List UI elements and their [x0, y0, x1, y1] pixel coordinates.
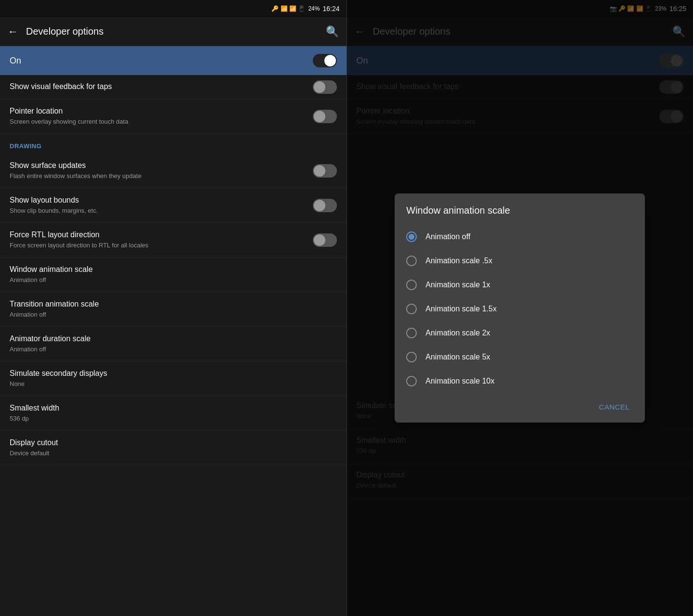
left-animator-info: Animator duration scale Animation off — [10, 334, 337, 354]
left-search-icon[interactable]: 🔍 — [326, 26, 339, 38]
left-show-surface-row[interactable]: Show surface updates Flash entire window… — [0, 154, 346, 188]
dialog-option-label-2: Animation scale 1x — [425, 281, 490, 289]
left-on-label: On — [10, 56, 313, 66]
left-transition-anim-subtitle: Animation off — [10, 311, 337, 319]
left-status-bar: 🔑 📶 📶 📱 24% 16:24 — [0, 0, 346, 17]
left-pointer-location-title: Pointer location — [10, 106, 313, 116]
dialog-actions: Cancel — [395, 393, 645, 419]
left-window-anim-info: Window animation scale Animation off — [10, 265, 337, 284]
window-anim-dialog: Window animation scale Animation off Ani… — [395, 193, 645, 423]
left-battery: 24% — [308, 5, 320, 12]
dialog-overlay: Window animation scale Animation off Ani… — [347, 0, 693, 616]
left-show-surface-info: Show surface updates Flash entire window… — [10, 161, 313, 180]
left-pointer-location-row[interactable]: Pointer location Screen overlay showing … — [0, 99, 346, 134]
left-pointer-location-info: Pointer location Screen overlay showing … — [10, 106, 313, 126]
left-pointer-location-toggle[interactable] — [313, 110, 337, 123]
left-status-icons: 🔑 📶 📶 📱 — [271, 5, 305, 12]
dialog-radio-5 — [406, 352, 417, 362]
dialog-title: Window animation scale — [395, 205, 645, 225]
left-layout-bounds-title: Show layout bounds — [10, 195, 313, 205]
left-animator-title: Animator duration scale — [10, 334, 337, 344]
left-display-cutout-subtitle: Device default — [10, 449, 337, 458]
dialog-option-3[interactable]: Animation scale 1.5x — [395, 297, 645, 321]
dialog-option-5[interactable]: Animation scale 5x — [395, 345, 645, 369]
left-show-surface-toggle[interactable] — [313, 164, 337, 178]
left-layout-bounds-row[interactable]: Show layout bounds Show clip bounds, mar… — [0, 188, 346, 223]
dialog-option-label-3: Animation scale 1.5x — [425, 305, 497, 313]
left-display-cutout-row[interactable]: Display cutout Device default — [0, 431, 346, 465]
left-transition-anim-row[interactable]: Transition animation scale Animation off — [0, 292, 346, 327]
left-rtl-toggle[interactable] — [313, 233, 337, 247]
dialog-option-label-5: Animation scale 5x — [425, 353, 490, 361]
left-smallest-width-title: Smallest width — [10, 403, 337, 413]
dialog-option-label-4: Animation scale 2x — [425, 329, 490, 337]
dialog-radio-3 — [406, 304, 417, 314]
dialog-radio-4 — [406, 328, 417, 338]
dialog-option-label-1: Animation scale .5x — [425, 257, 492, 265]
dialog-option-2[interactable]: Animation scale 1x — [395, 273, 645, 297]
left-app-bar: ← Developer options 🔍 — [0, 17, 346, 46]
left-tap-feedback-toggle[interactable] — [313, 80, 337, 94]
left-rtl-subtitle: Force screen layout direction to RTL for… — [10, 242, 313, 250]
left-drawing-section: DRAWING — [0, 134, 346, 154]
left-secondary-displays-subtitle: None — [10, 380, 337, 388]
left-on-toggle[interactable] — [313, 54, 337, 67]
left-smallest-width-subtitle: 536 dp — [10, 415, 337, 423]
left-panel: 🔑 📶 📶 📱 24% 16:24 ← Developer options 🔍 … — [0, 0, 347, 616]
left-pointer-location-subtitle: Screen overlay showing current touch dat… — [10, 118, 313, 126]
left-tap-feedback-row[interactable]: Show visual feedback for taps — [0, 75, 346, 99]
left-rtl-info: Force RTL layout direction Force screen … — [10, 230, 313, 250]
left-window-anim-subtitle: Animation off — [10, 276, 337, 284]
dialog-radio-1 — [406, 256, 417, 266]
left-tap-feedback-title: Show visual feedback for taps — [10, 82, 313, 92]
dialog-radio-6 — [406, 376, 417, 386]
left-rtl-row[interactable]: Force RTL layout direction Force screen … — [0, 223, 346, 257]
dialog-option-1[interactable]: Animation scale .5x — [395, 249, 645, 273]
left-content: Show visual feedback for taps Pointer lo… — [0, 75, 346, 616]
left-show-surface-subtitle: Flash entire window surfaces when they u… — [10, 172, 313, 180]
left-rtl-title: Force RTL layout direction — [10, 230, 313, 240]
left-tap-feedback-info: Show visual feedback for taps — [10, 82, 313, 92]
left-display-cutout-info: Display cutout Device default — [10, 438, 337, 458]
left-animator-row[interactable]: Animator duration scale Animation off — [0, 327, 346, 361]
left-transition-anim-title: Transition animation scale — [10, 299, 337, 309]
dialog-option-6[interactable]: Animation scale 10x — [395, 369, 645, 393]
dialog-radio-2 — [406, 280, 417, 290]
left-window-anim-title: Window animation scale — [10, 265, 337, 275]
left-window-anim-row[interactable]: Window animation scale Animation off — [0, 257, 346, 292]
left-display-cutout-title: Display cutout — [10, 438, 337, 448]
dialog-option-label-0: Animation off — [425, 232, 470, 241]
left-app-title: Developer options — [26, 26, 318, 37]
left-secondary-displays-row[interactable]: Simulate secondary displays None — [0, 361, 346, 396]
left-layout-bounds-info: Show layout bounds Show clip bounds, mar… — [10, 195, 313, 215]
left-show-surface-title: Show surface updates — [10, 161, 313, 171]
left-secondary-displays-title: Simulate secondary displays — [10, 369, 337, 379]
dialog-option-4[interactable]: Animation scale 2x — [395, 321, 645, 345]
left-layout-bounds-toggle[interactable] — [313, 199, 337, 212]
left-animator-subtitle: Animation off — [10, 346, 337, 354]
left-smallest-width-info: Smallest width 536 dp — [10, 403, 337, 423]
right-panel: 📷 🔑 📶 📶 📱 23% 16:25 ← Developer options … — [347, 0, 693, 616]
left-time: 16:24 — [322, 5, 339, 13]
left-secondary-displays-info: Simulate secondary displays None — [10, 369, 337, 388]
left-transition-anim-info: Transition animation scale Animation off — [10, 299, 337, 319]
left-on-row[interactable]: On — [0, 46, 346, 75]
left-back-icon[interactable]: ← — [8, 26, 18, 38]
left-smallest-width-row[interactable]: Smallest width 536 dp — [0, 396, 346, 431]
dialog-option-0[interactable]: Animation off — [395, 225, 645, 249]
dialog-cancel-button[interactable]: Cancel — [591, 399, 637, 415]
dialog-option-label-6: Animation scale 10x — [425, 377, 494, 385]
dialog-radio-0 — [406, 231, 417, 242]
left-layout-bounds-subtitle: Show clip bounds, margins, etc. — [10, 207, 313, 215]
